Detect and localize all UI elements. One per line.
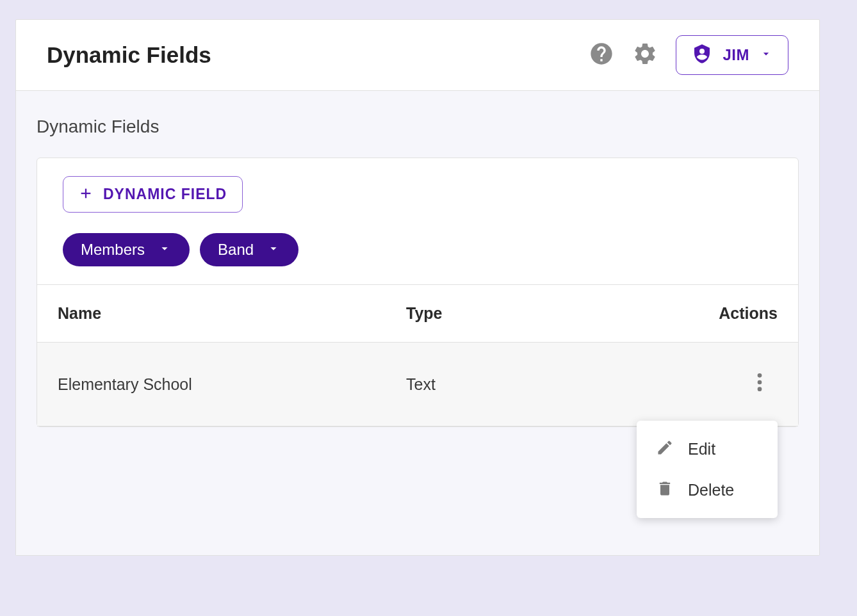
svg-point-2 <box>758 373 762 378</box>
help-icon <box>589 41 614 69</box>
plus-icon <box>79 186 93 203</box>
trash-icon <box>656 480 674 500</box>
chip-label: Members <box>81 241 145 259</box>
svg-point-3 <box>758 380 762 385</box>
gear-icon <box>632 41 658 69</box>
actions-popover: Edit Delete <box>637 421 778 518</box>
cell-type: Text <box>406 375 637 394</box>
table-row: Elementary School Text <box>37 343 798 426</box>
add-dynamic-field-button[interactable]: DYNAMIC FIELD <box>63 176 243 213</box>
user-menu-button[interactable]: JIM <box>676 35 788 75</box>
shield-user-icon <box>692 44 712 67</box>
cell-actions <box>637 367 778 401</box>
column-header-name: Name <box>58 304 406 323</box>
chevron-down-icon <box>760 47 772 63</box>
edit-action[interactable]: Edit <box>637 428 778 469</box>
page-title: Dynamic Fields <box>47 42 211 68</box>
kebab-icon <box>757 378 762 396</box>
filter-chip-members[interactable]: Members <box>63 233 190 266</box>
section-title: Dynamic Fields <box>37 117 799 137</box>
header-bar: Dynamic Fields JIM <box>16 20 819 91</box>
table-card: DYNAMIC FIELD Members Band <box>37 158 799 427</box>
column-header-actions: Actions <box>637 304 778 323</box>
settings-button[interactable] <box>632 41 658 69</box>
user-name: JIM <box>722 46 749 64</box>
delete-action[interactable]: Delete <box>637 469 778 510</box>
delete-label: Delete <box>688 481 734 499</box>
help-button[interactable] <box>589 41 614 69</box>
chevron-down-icon <box>158 241 172 258</box>
column-header-type: Type <box>406 304 637 323</box>
data-table: Name Type Actions Elementary School Text <box>37 284 798 426</box>
table-header: Name Type Actions <box>37 284 798 343</box>
chip-label: Band <box>218 241 254 259</box>
content-area: Dynamic Fields DYNAMIC FIELD Members <box>16 91 819 555</box>
header-actions: JIM <box>589 35 788 75</box>
main-window: Dynamic Fields JIM <box>15 19 820 556</box>
row-actions-button[interactable] <box>752 367 767 401</box>
chevron-down-icon <box>266 241 281 258</box>
toolbar: DYNAMIC FIELD <box>37 158 798 231</box>
cell-name: Elementary School <box>58 375 406 394</box>
pencil-icon <box>656 439 674 459</box>
filter-chips: Members Band <box>37 231 798 284</box>
edit-label: Edit <box>688 440 715 458</box>
svg-point-4 <box>758 387 762 391</box>
filter-chip-band[interactable]: Band <box>200 233 298 266</box>
add-button-label: DYNAMIC FIELD <box>103 186 227 203</box>
